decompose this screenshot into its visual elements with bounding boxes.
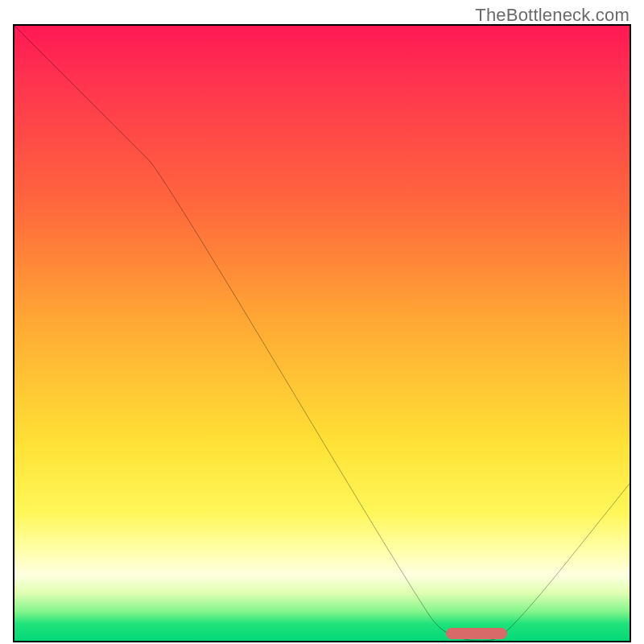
sweet-spot-marker <box>446 628 508 639</box>
chart-frame <box>13 24 631 642</box>
chart-line-layer <box>13 24 631 642</box>
bottleneck-curve-path <box>13 24 631 641</box>
watermark-text: TheBottleneck.com <box>475 5 630 26</box>
